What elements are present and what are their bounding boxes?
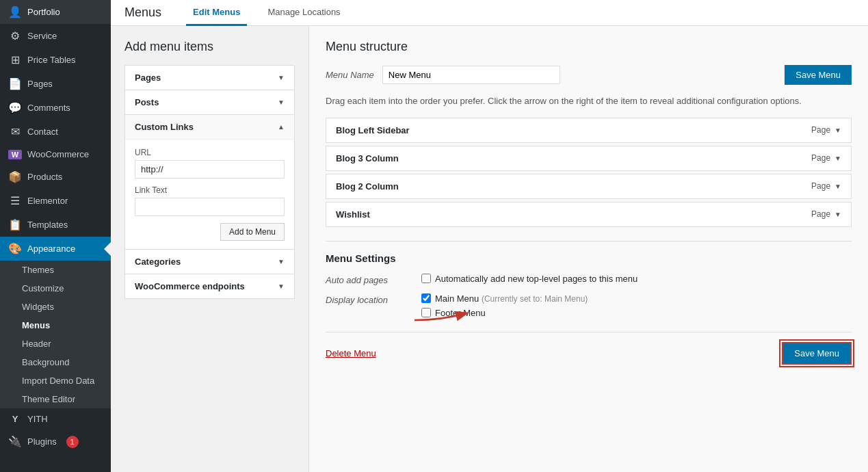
chevron-down-icon[interactable]: ▼ xyxy=(834,127,841,134)
delete-menu-link[interactable]: Delete Menu xyxy=(326,348,376,358)
chevron-down-icon[interactable]: ▼ xyxy=(834,211,841,218)
appearance-submenu: Themes Customize Widgets Menus Header Ba… xyxy=(0,261,111,408)
accordion-custom-links-header[interactable]: Custom Links ▲ xyxy=(125,115,294,139)
menu-item-right: Page ▼ xyxy=(811,181,841,191)
accordion-categories-header[interactable]: Categories ▼ xyxy=(125,250,294,274)
sidebar-sub-themes[interactable]: Themes xyxy=(0,261,111,279)
auto-add-pages-row: Auto add pages Automatically add new top… xyxy=(326,274,852,285)
menu-settings: Menu Settings Auto add pages Automatical… xyxy=(326,241,852,318)
sidebar-item-yith[interactable]: Y YITH xyxy=(0,408,111,430)
sidebar-item-service[interactable]: ⚙ Service xyxy=(0,24,111,48)
sidebar-item-plugins[interactable]: 🔌 Plugins 1 xyxy=(0,430,111,454)
accordion-posts: Posts ▼ xyxy=(124,90,295,115)
chevron-down-icon: ▼ xyxy=(278,283,285,290)
menu-item-type: Page xyxy=(811,181,830,191)
accordion-pages-header[interactable]: Pages ▼ xyxy=(125,66,294,90)
url-row: URL xyxy=(135,148,285,179)
add-menu-items-title: Add menu items xyxy=(124,40,295,54)
menu-item-blog-2-column[interactable]: Blog 2 Column Page ▼ xyxy=(326,174,852,199)
link-text-label: Link Text xyxy=(135,185,285,195)
accordion-categories-label: Categories xyxy=(135,257,181,267)
sidebar-item-yith-label: YITH xyxy=(27,414,48,424)
sidebar-item-price-tables-label: Price Tables xyxy=(27,55,76,65)
accordion-woocommerce-endpoints-label: WooCommerce endpoints xyxy=(135,281,245,291)
accordion-woocommerce-endpoints-header[interactable]: WooCommerce endpoints ▼ xyxy=(125,274,294,298)
sidebar-item-elementor[interactable]: ☰ Elementor xyxy=(0,189,111,213)
menu-item-blog-3-column[interactable]: Blog 3 Column Page ▼ xyxy=(326,146,852,171)
tab-manage-locations[interactable]: Manage Locations xyxy=(261,0,347,26)
service-icon: ⚙ xyxy=(8,29,22,42)
sidebar-item-products[interactable]: 📦 Products xyxy=(0,165,111,189)
sidebar-sub-customize[interactable]: Customize xyxy=(0,279,111,298)
plugins-badge: 1 xyxy=(66,436,79,448)
contact-icon: ✉ xyxy=(8,125,22,138)
menu-items-list: Blog Left Sidebar Page ▼ Blog 3 Column P… xyxy=(326,118,852,227)
footer-menu-checkbox[interactable] xyxy=(421,308,431,317)
sidebar-sub-theme-editor[interactable]: Theme Editor xyxy=(0,390,111,408)
sidebar-item-price-tables[interactable]: ⊞ Price Tables xyxy=(0,48,111,72)
menu-item-type: Page xyxy=(811,125,830,135)
sidebar-item-appearance-label: Appearance xyxy=(27,244,75,254)
menu-item-blog-left-sidebar[interactable]: Blog Left Sidebar Page ▼ xyxy=(326,118,852,143)
url-label: URL xyxy=(135,148,285,157)
drag-hint: Drag each item into the order you prefer… xyxy=(326,94,852,108)
sidebar-item-service-label: Service xyxy=(27,31,57,41)
menu-item-right: Page ▼ xyxy=(811,125,841,135)
menu-structure-title: Menu structure xyxy=(326,40,852,54)
main-menu-label: Main Menu (Currently set to: Main Menu) xyxy=(435,293,588,304)
yith-icon: Y xyxy=(8,414,22,424)
sidebar-sub-background[interactable]: Background xyxy=(0,353,111,371)
sidebar-item-portfolio[interactable]: 👤 Portfolio xyxy=(0,0,111,24)
url-input[interactable] xyxy=(135,160,285,179)
right-panel: Menu structure Menu Name Save Menu Drag … xyxy=(309,26,868,472)
auto-add-checkbox-row: Automatically add new top-level pages to… xyxy=(421,274,637,284)
left-panel: Add menu items Pages ▼ Posts ▼ Custom Li… xyxy=(111,26,309,472)
accordion-custom-links: Custom Links ▲ URL Link Text Add to Menu xyxy=(124,114,295,250)
add-to-menu-button[interactable]: Add to Menu xyxy=(220,223,285,241)
sidebar-item-templates-label: Templates xyxy=(27,220,68,230)
sidebar-sub-menus[interactable]: Menus xyxy=(0,316,111,335)
save-menu-button-bottom[interactable]: Save Menu xyxy=(782,342,852,365)
sidebar-item-plugins-label: Plugins xyxy=(27,436,57,447)
chevron-down-icon[interactable]: ▼ xyxy=(834,183,841,190)
main-menu-currently-set: (Currently set to: Main Menu) xyxy=(482,294,588,304)
sidebar-item-appearance[interactable]: 🎨 Appearance xyxy=(0,237,111,261)
sidebar-item-woocommerce-label: WooCommerce xyxy=(27,149,89,159)
footer-menu-checkbox-row: Footer Menu xyxy=(421,308,588,318)
save-menu-button-top[interactable]: Save Menu xyxy=(785,65,852,85)
tab-edit-menus[interactable]: Edit Menus xyxy=(186,0,247,26)
sidebar-sub-header[interactable]: Header xyxy=(0,335,111,353)
accordion-posts-header[interactable]: Posts ▼ xyxy=(125,90,294,114)
menu-item-label: Blog Left Sidebar xyxy=(336,125,410,135)
menu-item-type: Page xyxy=(811,153,830,163)
chevron-down-icon[interactable]: ▼ xyxy=(834,155,841,162)
auto-add-checkbox[interactable] xyxy=(421,274,431,283)
menu-item-type: Page xyxy=(811,209,830,219)
auto-add-pages-label: Auto add pages xyxy=(326,274,408,285)
woocommerce-icon: W xyxy=(8,150,22,159)
main-menu-checkbox[interactable] xyxy=(421,293,431,303)
sidebar-item-woocommerce[interactable]: W WooCommerce xyxy=(0,144,111,165)
accordion-categories: Categories ▼ xyxy=(124,249,295,274)
sidebar-item-comments-label: Comments xyxy=(27,103,70,113)
sidebar-item-comments[interactable]: 💬 Comments xyxy=(0,96,111,120)
chevron-down-icon: ▼ xyxy=(278,258,285,265)
menu-item-wishlist[interactable]: Wishlist Page ▼ xyxy=(326,202,852,227)
accordion-pages: Pages ▼ xyxy=(124,65,295,90)
menu-settings-title: Menu Settings xyxy=(326,252,852,264)
menu-name-input[interactable] xyxy=(382,66,560,84)
sidebar-item-contact[interactable]: ✉ Contact xyxy=(0,120,111,144)
plugins-icon: 🔌 xyxy=(8,435,22,448)
sidebar-sub-import-demo-data[interactable]: Import Demo Data xyxy=(0,371,111,390)
link-text-input[interactable] xyxy=(135,198,285,216)
sidebar: 👤 Portfolio ⚙ Service ⊞ Price Tables 📄 P… xyxy=(0,0,111,472)
auto-add-pages-content: Automatically add new top-level pages to… xyxy=(421,274,637,284)
link-text-row: Link Text xyxy=(135,185,285,216)
display-location-content: Main Menu (Currently set to: Main Menu) … xyxy=(421,293,588,318)
sidebar-sub-widgets[interactable]: Widgets xyxy=(0,298,111,316)
display-location-row: Display location Main Menu (Currently se… xyxy=(326,293,852,318)
accordion-woocommerce-endpoints: WooCommerce endpoints ▼ xyxy=(124,274,295,299)
sidebar-item-pages[interactable]: 📄 Pages xyxy=(0,72,111,96)
menu-item-right: Page ▼ xyxy=(811,209,841,219)
sidebar-item-templates[interactable]: 📋 Templates xyxy=(0,213,111,237)
